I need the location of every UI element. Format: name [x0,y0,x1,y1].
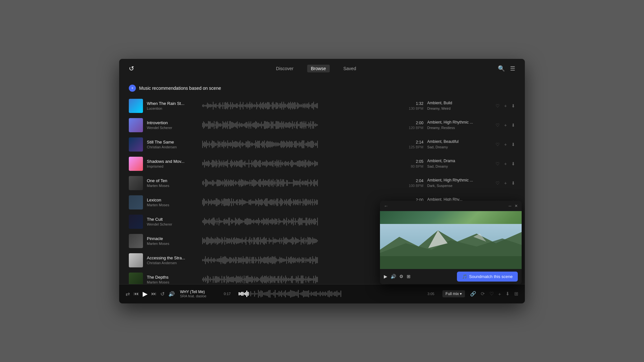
queue-icon[interactable]: ⊞ [514,291,518,297]
player-right-actions: 🔗 ⟳ ♡ + ⬇ ⊞ [470,291,518,297]
player-waveform-bar [241,292,242,296]
player-waveform-bar [279,291,279,297]
track-add-icon[interactable]: + [504,181,507,186]
track-artist: Marten Moses [147,203,198,207]
add-icon[interactable]: + [498,291,501,297]
heart-icon[interactable]: ♡ [489,291,494,297]
player-waveform-bar [330,292,331,296]
player-waveform-bar [334,292,335,296]
track-artist: Marten Moses [147,280,198,284]
share-icon[interactable]: ⟳ [481,291,485,297]
track-download-icon[interactable]: ⬇ [511,142,515,147]
track-waveform[interactable] [202,217,397,227]
video-close-icon[interactable]: ✕ [515,204,518,208]
track-row[interactable]: When The Rain St...Lucention1:32130 BPMA… [119,96,525,116]
track-info: The DepthsMarten Moses [147,275,198,284]
track-name: The Depths [147,275,198,280]
track-artist: Wendel Scherer [147,126,198,130]
volume-icon[interactable]: 🔊 [168,291,175,297]
player-waveform-bar [264,292,265,296]
track-waveform[interactable] [202,198,397,207]
player-waveform-bar [260,290,261,297]
prev-button[interactable]: ⏮ [134,291,139,297]
video-minimize-icon[interactable]: ─ [508,204,511,208]
track-name: Pinnacle [147,236,198,241]
next-button[interactable]: ⏭ [151,291,156,297]
player-waveform-bar [277,292,278,295]
player-waveform-bar [338,292,339,295]
track-waveform[interactable] [202,178,397,188]
track-artist: Wendel Scherer [147,222,198,226]
track-name: Accessing the Stra... [147,255,198,260]
track-waveform[interactable] [202,159,397,169]
track-add-icon[interactable]: + [504,161,507,166]
track-info: When The Rain St...Lucention [147,101,198,110]
track-actions: ♡ + ⬇ [496,103,515,108]
player-track-name: WHY (Tell Me) [180,290,219,294]
track-row[interactable]: Still The SameChristian Andersen2:14125 … [119,135,525,154]
player-waveform-bar [299,293,300,295]
player-waveform-bar [254,291,255,297]
track-heart-icon[interactable]: ♡ [496,181,500,186]
track-thumbnail [129,215,143,229]
track-download-icon[interactable]: ⬇ [511,103,515,108]
player-waveform-bar [244,293,245,294]
nav-browse[interactable]: Browse [307,65,330,72]
player-waveform-bar [289,292,290,296]
player-waveform-bar [293,291,294,297]
link-icon[interactable]: 🔗 [470,291,476,297]
menu-icon[interactable]: ☰ [510,65,515,72]
player-waveform-bar [327,291,328,297]
track-row[interactable]: Shadows and Mov...Imprismed2:0580 BPMAmb… [119,154,525,173]
shuffle-button[interactable]: ⇄ [126,291,130,297]
track-artist: Marten Moses [147,242,198,246]
player-waveform[interactable] [239,289,422,298]
track-thumbnail [129,118,143,132]
player-mix-selector[interactable]: Full mix ▾ [442,290,465,297]
header: ↺ Discover Browse Saved 🔍 ☰ [119,59,525,78]
player-waveform-bar [263,292,264,295]
track-waveform[interactable] [202,101,397,111]
track-add-icon[interactable]: + [504,142,507,147]
player-waveform-bar [298,290,299,297]
video-volume-icon[interactable]: 🔊 [391,274,396,279]
track-row[interactable]: One of TenMarten Moses2:04100 BPMAmbient… [119,173,525,193]
download-icon[interactable]: ⬇ [506,291,510,297]
video-play-icon[interactable]: ▶ [384,274,387,279]
player-waveform-bar [249,292,250,295]
track-waveform[interactable] [202,236,397,246]
track-waveform[interactable] [202,255,397,265]
repeat-button[interactable]: ↺ [160,291,165,297]
player-waveform-bar [284,292,285,296]
track-add-icon[interactable]: + [504,123,507,128]
player-waveform-bar [308,290,309,297]
track-download-icon[interactable]: ⬇ [511,181,515,186]
track-waveform[interactable] [202,275,397,284]
nav-saved[interactable]: Saved [339,65,360,72]
soundmatch-button[interactable]: 🎵 Soundmatch this scene [457,272,518,282]
player-waveform-bar [258,290,259,297]
track-heart-icon[interactable]: ♡ [496,103,500,108]
player-waveform-bar [266,292,267,296]
video-back-icon[interactable]: ← [384,203,388,209]
player-waveform-bar [320,291,321,296]
track-download-icon[interactable]: ⬇ [511,123,515,128]
track-heart-icon[interactable]: ♡ [496,123,500,128]
player-waveform-bar [321,292,322,295]
video-settings-icon[interactable]: ⚙ [399,274,403,279]
track-download-icon[interactable]: ⬇ [511,161,515,166]
track-actions: ♡ + ⬇ [496,142,515,147]
track-row[interactable]: IntrovertionWendel Scherer2:00120 BPMAmb… [119,116,525,135]
track-thumbnail [129,99,143,113]
nav-discover[interactable]: Discover [272,65,297,72]
app-logo[interactable]: ↺ [129,65,134,72]
svg-rect-5 [380,256,522,269]
track-waveform[interactable] [202,140,397,149]
search-icon[interactable]: 🔍 [498,65,505,72]
play-button[interactable]: ▶ [143,290,147,298]
video-layout-icon[interactable]: ⊞ [407,274,411,279]
track-waveform[interactable] [202,120,397,130]
track-add-icon[interactable]: + [504,103,507,108]
track-heart-icon[interactable]: ♡ [496,161,500,166]
track-heart-icon[interactable]: ♡ [496,142,500,147]
